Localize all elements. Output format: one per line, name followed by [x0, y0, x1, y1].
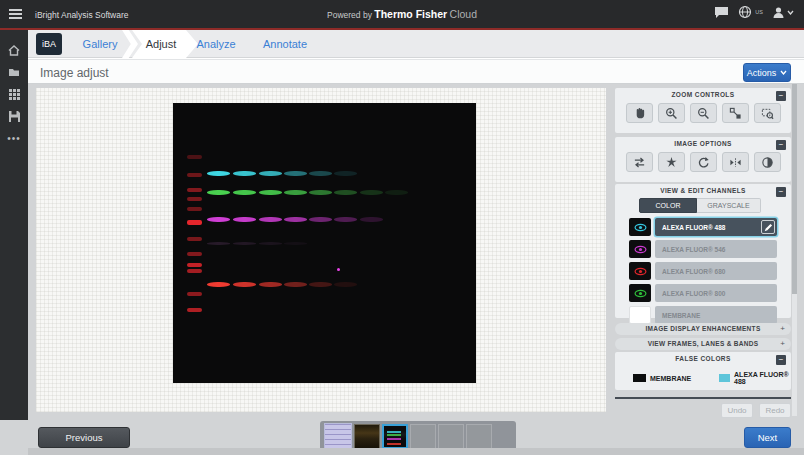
mirror-button[interactable] [722, 152, 749, 172]
ladder-band [187, 207, 202, 211]
sidebar-item-files[interactable] [0, 62, 28, 82]
ladder-band [187, 220, 202, 225]
collapse-icon[interactable]: − [776, 355, 786, 365]
tab-annotate[interactable]: Annotate [256, 30, 314, 58]
thumbnail-membrane[interactable] [324, 423, 352, 451]
collapse-icon[interactable]: − [776, 91, 786, 101]
collapse-icon[interactable]: − [776, 140, 786, 150]
save-icon [9, 111, 20, 122]
false-colors-card: FALSE COLORS − MEMBRANE ALEXA FLUOR® 488 [615, 352, 791, 390]
eye-visibility-icon[interactable] [629, 240, 651, 258]
edit-channel-icon[interactable] [761, 220, 775, 234]
false-color-membrane: MEMBRANE [633, 371, 691, 385]
user-menu-icon[interactable] [772, 6, 794, 19]
sidebar-item-home[interactable] [0, 40, 28, 60]
channel-button-546[interactable]: ALEXA FLUOR® 546 [655, 240, 777, 258]
gel-band-alexa-680-red [259, 282, 282, 287]
thumbnail-empty[interactable] [466, 424, 492, 449]
gel-band-alexa-800-green [385, 190, 408, 195]
thumbnail-chemi[interactable] [354, 424, 380, 449]
thumbnail-empty[interactable] [438, 424, 464, 449]
membrane-swatch[interactable] [629, 306, 651, 324]
ladder-band [187, 292, 202, 296]
color-mode-button[interactable]: COLOR [639, 198, 697, 213]
gel-band-alexa-546-magenta [207, 217, 230, 222]
color-swatch [719, 374, 730, 382]
thumbnail-empty[interactable] [410, 424, 436, 449]
crop-button[interactable] [658, 152, 685, 172]
scrollbar-thumb[interactable] [792, 84, 797, 294]
sidebar-item-more[interactable]: ••• [0, 128, 28, 148]
zoom-controls-card: ZOOM CONTROLS − [615, 88, 791, 133]
tab-gallery[interactable]: Gallery [68, 30, 132, 58]
gel-image[interactable] [173, 103, 476, 383]
channel-row-800: ALEXA FLUOR® 800 [629, 284, 777, 302]
channel-button-800[interactable]: ALEXA FLUOR® 800 [655, 284, 777, 302]
left-sidebar: ••• [0, 30, 28, 455]
globe-icon[interactable] [738, 5, 752, 19]
ladder-band [187, 252, 202, 256]
home-icon [8, 45, 20, 56]
gel-band-alexa-800-green [309, 190, 332, 195]
invert-button[interactable] [754, 152, 781, 172]
false-color-488: ALEXA FLUOR® 488 [719, 371, 791, 385]
chevron-down-icon [787, 10, 794, 15]
rotate-button[interactable] [690, 152, 717, 172]
sidebar-item-save[interactable] [0, 106, 28, 126]
gel-band-faint-row [233, 242, 256, 245]
sidebar-item-gallery[interactable] [0, 84, 28, 104]
page-title: Image adjust [40, 66, 109, 80]
invert-icon [761, 156, 774, 169]
expand-icon[interactable]: + [780, 324, 785, 333]
previous-button[interactable]: Previous [38, 427, 130, 448]
grayscale-mode-button[interactable]: GRAYSCALE [697, 198, 761, 213]
gel-band-alexa-680-red [309, 282, 332, 287]
panel-scrollbar[interactable] [792, 84, 797, 416]
gel-band-alexa-680-red [207, 282, 230, 287]
redo-button[interactable]: Redo [759, 403, 791, 418]
undo-button[interactable]: Undo [721, 403, 753, 418]
actual-size-icon [729, 107, 742, 120]
main-content: ZOOM CONTROLS − IMAGE OPTIONS − [28, 84, 804, 420]
channel-button-680[interactable]: ALEXA FLUOR® 680 [655, 262, 777, 280]
gel-band-faint-row [259, 242, 282, 245]
ellipsis-icon: ••• [7, 133, 21, 144]
chat-icon[interactable] [714, 6, 729, 19]
zoom-out-button[interactable] [690, 103, 717, 123]
actual-size-button[interactable] [722, 103, 749, 123]
flip-button[interactable] [626, 152, 653, 172]
collapse-icon[interactable]: − [776, 187, 786, 197]
thumbnail-fluor-selected[interactable] [382, 424, 408, 449]
zoom-out-icon [697, 107, 710, 120]
channel-button-membrane[interactable]: MEMBRANE [655, 306, 777, 324]
image-canvas[interactable] [36, 88, 606, 412]
zoom-in-button[interactable] [658, 103, 685, 123]
actions-button[interactable]: Actions [743, 63, 791, 82]
brand-logo: Thermo Fisher [374, 8, 447, 20]
workflow-tabbar: iBA Gallery Adjust Analyze Annotate [28, 30, 804, 58]
tab-analyze[interactable]: Analyze [188, 30, 244, 58]
channel-button-488[interactable]: ALEXA FLUOR® 488 [655, 218, 777, 236]
view-frames-lanes-bands-bar[interactable]: VIEW FRAMES, LANES & BANDS + [615, 338, 791, 350]
section-title: FALSE COLORS [615, 355, 791, 362]
pan-button[interactable] [626, 103, 653, 123]
zoom-selection-button[interactable] [754, 103, 781, 123]
gel-band-alexa-488-cyan [284, 171, 307, 176]
rotate-ccw-icon [697, 156, 710, 169]
iba-logo[interactable]: iBA [36, 33, 62, 55]
eye-visibility-icon[interactable] [629, 284, 651, 302]
hamburger-menu-icon[interactable] [9, 9, 22, 19]
eye-visibility-icon[interactable] [629, 218, 651, 236]
gel-band-alexa-546-magenta [309, 217, 332, 222]
gel-band-alexa-546-magenta [284, 217, 307, 222]
eye-visibility-icon[interactable] [629, 262, 651, 280]
chevron-down-icon [780, 70, 787, 75]
section-title: VIEW & EDIT CHANNELS [615, 187, 791, 194]
next-button[interactable]: Next [744, 427, 791, 448]
expand-icon[interactable]: + [780, 339, 785, 348]
crop-star-icon [665, 156, 678, 169]
footer-shadow [28, 448, 804, 455]
image-display-enhancements-bar[interactable]: IMAGE DISPLAY ENHANCEMENTS + [615, 323, 791, 335]
powered-by: Powered by Thermo Fisher Cloud [327, 8, 477, 20]
folder-icon [8, 67, 20, 77]
